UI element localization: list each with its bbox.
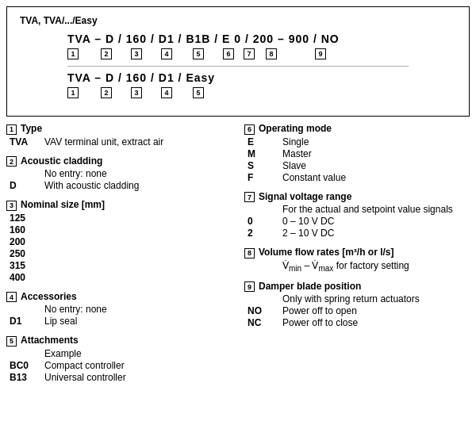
- number-box-9: 9: [315, 48, 328, 59]
- entry-key: BC0: [10, 360, 44, 371]
- entry-row: B13Universal controller: [6, 372, 232, 383]
- group-1: 1TypeTVAVAV terminal unit, extract air: [6, 123, 232, 147]
- entry-val: Only with spring return actuators: [282, 293, 420, 304]
- number-box-2: 2: [101, 48, 113, 59]
- group-heading-2: 2Acoustic cladding: [6, 155, 232, 167]
- circle-4: 4: [6, 292, 17, 302]
- heading-text: Operating mode: [259, 123, 332, 134]
- code1-boxes-row: 123456789: [67, 48, 456, 59]
- entry-row: TVAVAV terminal unit, extract air: [6, 136, 232, 147]
- entry-val: Example: [44, 348, 82, 359]
- entry-val: No entry: none: [44, 304, 107, 315]
- number-box-7: 7: [244, 48, 256, 59]
- entry-val: 2 – 10 V DC: [282, 228, 334, 239]
- entry-row: ESingle: [244, 136, 470, 147]
- entry-val: VAV terminal unit, extract air: [44, 136, 163, 147]
- code-line-2: TVA – D / 160 / D1 / Easy: [67, 71, 456, 84]
- right-column: 6Operating modeESingleMMasterSSlaveFCons…: [241, 123, 470, 391]
- entry-val: 0 – 10 V DC: [282, 216, 334, 227]
- group-7: 7Signal voltage rangeFor the actual and …: [244, 191, 470, 239]
- entry-row: SSlave: [244, 160, 470, 171]
- entry-row: MMaster: [244, 148, 470, 159]
- entry-val: Master: [282, 148, 312, 159]
- number-box-4: 4: [161, 48, 174, 59]
- group-5: 5AttachmentsExampleBC0Compact controller…: [6, 335, 232, 383]
- code-section: TVA, TVA/.../Easy TVA – D / 160 / D1 / B…: [6, 6, 470, 117]
- entry-val: Lip seal: [44, 316, 77, 327]
- number-box-1: 1: [67, 87, 80, 98]
- entry-val: Universal controller: [44, 372, 126, 383]
- entry-row: FConstant value: [244, 172, 470, 183]
- heading-text: Attachments: [21, 335, 79, 346]
- heading-text: Nominal size [mm]: [21, 199, 105, 210]
- number-box-8: 8: [266, 48, 278, 59]
- group-heading-5: 5Attachments: [6, 335, 232, 347]
- entry-key: M: [248, 148, 282, 159]
- circle-6: 6: [244, 124, 255, 135]
- entry-val: Slave: [282, 160, 306, 171]
- number-box-4: 4: [161, 87, 174, 98]
- entry-key: 400: [10, 272, 44, 283]
- number-box-3: 3: [131, 87, 144, 98]
- entry-row: No entry: none: [6, 168, 232, 179]
- entry-val: Power off to close: [282, 317, 358, 328]
- group-6: 6Operating modeESingleMMasterSSlaveFCons…: [244, 123, 470, 183]
- group-heading-6: 6Operating mode: [244, 123, 470, 135]
- entry-val: Power off to open: [282, 305, 357, 316]
- entry-row: NOPower off to open: [244, 305, 470, 316]
- entry-row: 400: [6, 272, 232, 283]
- entry-val: For the actual and setpoint value signal…: [282, 204, 453, 215]
- entry-key: 200: [10, 236, 44, 247]
- entry-key: D: [10, 180, 44, 191]
- entry-row: Only with spring return actuators: [244, 293, 470, 304]
- entry-row: 22 – 10 V DC: [244, 228, 470, 239]
- heading-text: Acoustic cladding: [21, 155, 102, 167]
- group-heading-7: 7Signal voltage range: [244, 191, 470, 203]
- left-column: 1TypeTVAVAV terminal unit, extract air2A…: [6, 123, 235, 391]
- circle-3: 3: [6, 201, 17, 211]
- entry-val: V̇min – V̇max for factory setting: [282, 260, 409, 273]
- entry-row: 315: [6, 260, 232, 271]
- number-box-3: 3: [131, 48, 144, 59]
- entry-row: 160: [6, 224, 232, 235]
- entry-row: NCPower off to close: [244, 317, 470, 328]
- entry-val: Constant value: [282, 172, 346, 183]
- group-3: 3Nominal size [mm]125160200250315400: [6, 199, 232, 283]
- circle-1: 1: [6, 124, 17, 135]
- entry-row: DWith acoustic cladding: [6, 180, 232, 191]
- heading-text: Type: [21, 123, 42, 134]
- circle-7: 7: [244, 192, 255, 202]
- circle-2: 2: [6, 156, 17, 167]
- entry-val: With acoustic cladding: [44, 180, 139, 191]
- entry-key: 125: [10, 213, 44, 224]
- group-heading-8: 8Volume flow rates [m³/h or l/s]: [244, 247, 470, 258]
- entry-key: 250: [10, 248, 44, 259]
- entry-key: 2: [248, 228, 282, 239]
- entry-key: E: [248, 136, 282, 147]
- circle-8: 8: [244, 248, 255, 258]
- circle-9: 9: [244, 281, 255, 292]
- entry-row: V̇min – V̇max for factory setting: [244, 260, 470, 273]
- entry-row: BC0Compact controller: [6, 360, 232, 371]
- entry-key: 0: [248, 216, 282, 227]
- heading-text: Accessories: [21, 291, 77, 302]
- entry-row: 125: [6, 213, 232, 224]
- group-heading-1: 1Type: [6, 123, 232, 135]
- code-line-1: TVA – D / 160 / D1 / B1B / E 0 / 200 – 9…: [67, 33, 456, 45]
- entry-key: D1: [10, 316, 44, 327]
- section-title: TVA, TVA/.../Easy: [20, 15, 456, 26]
- entry-key: 160: [10, 224, 44, 235]
- group-2: 2Acoustic claddingNo entry: noneDWith ac…: [6, 155, 232, 192]
- entry-row: No entry: none: [6, 304, 232, 315]
- number-box-6: 6: [223, 48, 236, 59]
- heading-text: Signal voltage range: [259, 191, 351, 202]
- group-9: 9Damper blade positionOnly with spring r…: [244, 281, 470, 329]
- entry-key: F: [248, 172, 282, 183]
- description-section: 1TypeTVAVAV terminal unit, extract air2A…: [6, 123, 470, 391]
- number-box-5: 5: [193, 87, 205, 98]
- number-box-2: 2: [101, 87, 113, 98]
- number-box-1: 1: [67, 48, 80, 59]
- entry-key: 315: [10, 260, 44, 271]
- group-heading-4: 4Accessories: [6, 291, 232, 303]
- entry-row: For the actual and setpoint value signal…: [244, 204, 470, 215]
